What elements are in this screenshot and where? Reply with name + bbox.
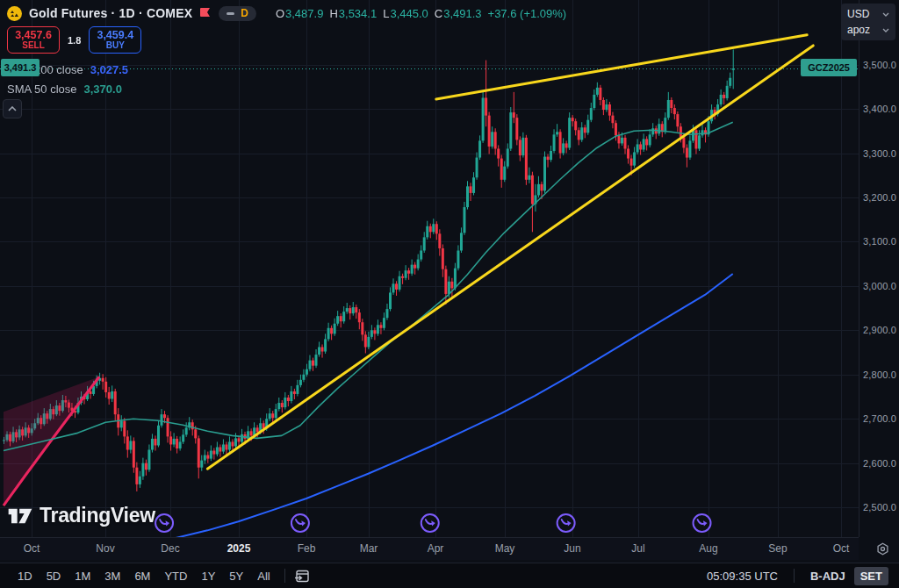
price-tick-label: 3,400.0 xyxy=(863,104,896,114)
change-value: +37.6 (+1.09%) xyxy=(488,7,567,20)
low-value: 3,445.0 xyxy=(390,7,428,20)
unit-value: apoz xyxy=(847,24,870,36)
time-tick-label: Dec xyxy=(161,542,179,555)
time-axis[interactable]: OctNovDec2025FebMarAprMayJunJulAugSepOct xyxy=(0,537,859,560)
range-button-all[interactable]: All xyxy=(250,567,277,585)
open-value: 3,487.9 xyxy=(285,7,323,20)
divider xyxy=(284,569,285,583)
buy-label: BUY xyxy=(106,41,125,51)
indicator-name: SMA 50 close xyxy=(7,82,77,96)
ohlc-readout: O3,487.9 H3,534.1 L3,445.0 C3,491.3 +37.… xyxy=(276,7,566,20)
indicator-value: 3,370.0 xyxy=(84,82,122,96)
collapse-legend-button[interactable] xyxy=(3,99,22,118)
time-tick-label: Sep xyxy=(768,542,787,555)
buy-price: 3,459.4 xyxy=(97,30,133,41)
price-tick-label: 3,300.0 xyxy=(863,148,896,159)
close-value: 3,491.3 xyxy=(443,7,481,20)
range-buttons: 1D5D1M3M6MYTD1Y5YAll xyxy=(11,567,277,585)
symbol-title[interactable]: Gold Futures · 1D · COMEX xyxy=(29,6,192,20)
currency-value: USD xyxy=(847,8,869,20)
price-tick-label: 2,800.0 xyxy=(863,369,896,380)
unit-dropdown[interactable]: apoz xyxy=(847,22,889,38)
minus-icon[interactable] xyxy=(227,12,234,15)
price-tick-label: 2,500.0 xyxy=(863,502,896,513)
range-button-1d[interactable]: 1D xyxy=(11,567,40,585)
axis-settings-gear-icon[interactable] xyxy=(871,537,894,560)
range-button-5d[interactable]: 5D xyxy=(40,567,68,585)
tradingview-chart-window: Gold Futures · 1D · COMEX D O3,487.9 H3,… xyxy=(0,0,899,588)
tradingview-logo-icon xyxy=(7,505,33,527)
sell-price: 3,457.6 xyxy=(15,30,52,41)
divider xyxy=(794,569,795,583)
open-letter: O xyxy=(276,7,284,20)
time-tick-label: Apr xyxy=(428,542,444,555)
range-button-1m[interactable]: 1M xyxy=(68,567,97,585)
trade-panel: 3,457.6 SELL 1.8 3,459.4 BUY xyxy=(7,26,141,54)
flag-icon[interactable] xyxy=(199,7,212,19)
price-tick-label: 3,500.0 xyxy=(863,60,896,70)
price-tick-label: 2,900.0 xyxy=(863,325,896,335)
chart-plot-area[interactable] xyxy=(0,0,859,537)
currency-unit-panel: USD apoz xyxy=(841,4,895,40)
calendar-arrow-icon xyxy=(294,569,311,584)
time-tick-label: Aug xyxy=(699,542,717,555)
symbol-header: Gold Futures · 1D · COMEX D O3,487.9 H3,… xyxy=(7,4,566,22)
settings-button[interactable]: SET xyxy=(854,567,888,585)
buy-button[interactable]: 3,459.4 BUY xyxy=(89,26,141,54)
gold-symbol-icon xyxy=(7,6,22,21)
chevron-down-icon xyxy=(882,12,889,17)
chevron-down-icon xyxy=(882,28,889,32)
time-tick-label: Jun xyxy=(564,542,580,555)
spread-value: 1.8 xyxy=(68,35,81,46)
indicator-row[interactable]: SMA 50 close3,370.0 xyxy=(7,79,128,98)
price-tick-label: 2,700.0 xyxy=(863,413,896,424)
time-tick-label: Mar xyxy=(360,542,378,555)
time-tick-label: Nov xyxy=(96,542,114,555)
interval-selector[interactable]: D xyxy=(219,6,256,21)
range-button-1y[interactable]: 1Y xyxy=(194,567,222,585)
range-button-ytd[interactable]: YTD xyxy=(157,567,194,585)
sell-button[interactable]: 3,457.6 SELL xyxy=(7,26,60,54)
currency-dropdown[interactable]: USD xyxy=(847,6,889,22)
high-value: 3,534.1 xyxy=(339,7,377,20)
sell-label: SELL xyxy=(22,41,45,51)
price-tick-label: 3,000.0 xyxy=(863,281,896,291)
candlestick-chart-canvas[interactable] xyxy=(0,0,859,537)
time-tick-label: Jul xyxy=(631,542,644,555)
range-button-6m[interactable]: 6M xyxy=(127,567,157,585)
time-tick-label: Oct xyxy=(24,542,40,555)
interval-label[interactable]: D xyxy=(241,7,248,19)
price-tick-label: 3,100.0 xyxy=(863,236,896,247)
go-to-date-button[interactable] xyxy=(294,569,311,584)
adjust-mode-button[interactable]: B-ADJ xyxy=(810,570,845,583)
time-tick-label: May xyxy=(495,542,515,555)
time-tick-label: Oct xyxy=(833,542,850,555)
price-tick-label: 3,200.0 xyxy=(863,192,896,203)
range-button-3m[interactable]: 3M xyxy=(97,567,127,585)
bottom-toolbar: 1D5D1M3M6MYTD1Y5YAll 05:09:35 UTC B-ADJ … xyxy=(0,563,899,588)
price-tick-label: 2,600.0 xyxy=(863,458,896,469)
indicator-value: 3,027.5 xyxy=(90,63,128,76)
clock[interactable]: 05:09:35 UTC xyxy=(707,570,778,583)
tradingview-logo-text: TradingView xyxy=(40,504,155,527)
price-axis[interactable]: 3,500.03,400.03,300.03,200.03,100.03,000… xyxy=(859,0,899,537)
current-price-tag: 3,491.3 xyxy=(1,59,40,76)
close-letter: C xyxy=(435,7,442,20)
contract-label-tag: GCZ2025 xyxy=(801,59,857,76)
bottom-right-group: 05:09:35 UTC B-ADJ SET xyxy=(707,567,888,585)
time-tick-label: Feb xyxy=(298,542,316,555)
low-letter: L xyxy=(383,7,389,20)
time-tick-label: 2025 xyxy=(227,542,251,555)
tradingview-logo[interactable]: TradingView xyxy=(7,504,155,527)
high-letter: H xyxy=(329,7,337,20)
range-button-5y[interactable]: 5Y xyxy=(222,567,250,585)
